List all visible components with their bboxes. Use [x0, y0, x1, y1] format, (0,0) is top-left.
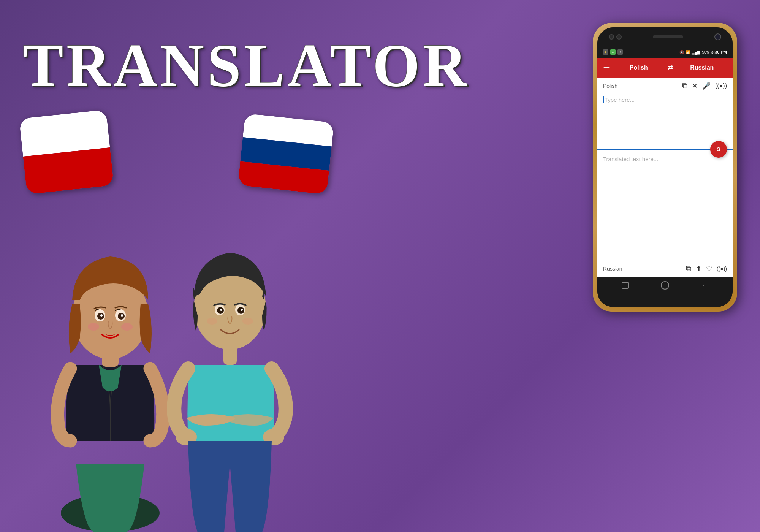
input-cursor [603, 96, 604, 103]
source-section: Polish ⧉ ✕ 🎤 ((●)) Type here... G [597, 78, 733, 150]
app-title: TRANSLATOR [23, 30, 470, 101]
svg-point-22 [207, 318, 217, 325]
mute-icon: 🔇 [679, 50, 684, 54]
camera-dot-1 [609, 34, 614, 40]
phone-bottom-hardware [597, 294, 733, 307]
signal-icon: ▂▄▆ [692, 50, 700, 54]
home-icon-shape [661, 281, 669, 290]
target-section: Translated text here... [597, 150, 733, 260]
alert-icon: ! [618, 49, 623, 55]
translate-divider: G [597, 149, 733, 150]
svg-point-21 [241, 309, 243, 311]
back-arrow: ← [701, 281, 708, 289]
characters-illustration [0, 152, 342, 532]
source-lang-bar: Polish ⧉ ✕ 🎤 ((●)) [597, 78, 733, 92]
time-display: 3:30 PM [711, 50, 727, 54]
swap-languages-icon[interactable]: ⇄ [668, 63, 673, 72]
phone-top-hardware [597, 27, 733, 46]
translate-google-icon: G [717, 146, 721, 152]
status-icons-right: 🔇 📶 ▂▄▆ 50% 3:30 PM [679, 50, 727, 54]
translated-placeholder: Translated text here... [603, 156, 727, 162]
share-icon[interactable]: ⬆ [696, 264, 701, 273]
front-camera [714, 33, 721, 40]
battery-indicator: 50% [702, 50, 709, 54]
target-language-button[interactable]: Russian [677, 64, 727, 71]
notification-dot: ● [610, 49, 616, 55]
source-icons: ⧉ ✕ 🎤 ((●)) [682, 81, 727, 90]
input-placeholder: Type here... [605, 97, 635, 103]
svg-point-23 [242, 318, 253, 325]
target-icons: ⧉ ⬆ ♡ ((●)) [686, 264, 727, 273]
translate-fab-button[interactable]: G [710, 141, 727, 158]
target-listen-icon[interactable]: ((●)) [717, 266, 727, 272]
listen-icon[interactable]: ((●)) [715, 82, 727, 89]
svg-point-10 [121, 323, 133, 331]
phone-inner: ⚡ ● ! 🔇 📶 ▂▄▆ 50% 3:30 PM ☰ Polish ⇄ Rus… [597, 27, 733, 307]
home-icon[interactable] [660, 280, 670, 291]
app-screen: ☰ Polish ⇄ Russian Polish ⧉ ✕ 🎤 ((●)) [597, 58, 733, 277]
back-icon[interactable]: ← [700, 280, 710, 291]
wifi-icon: 📶 [686, 50, 690, 54]
phone-device: ⚡ ● ! 🔇 📶 ▂▄▆ 50% 3:30 PM ☰ Polish ⇄ Rus… [593, 23, 737, 312]
mic-icon[interactable]: 🎤 [702, 82, 711, 90]
phone-nav-bar: ← [597, 277, 733, 294]
svg-point-7 [100, 314, 103, 317]
clear-icon[interactable]: ✕ [692, 82, 698, 90]
svg-point-9 [88, 323, 99, 331]
usb-icon: ⚡ [603, 49, 608, 55]
target-copy-icon[interactable]: ⧉ [686, 264, 691, 273]
favorite-icon[interactable]: ♡ [706, 264, 712, 273]
camera-area [609, 34, 622, 40]
svg-point-8 [121, 314, 123, 317]
source-language-button[interactable]: Polish [614, 64, 664, 71]
source-lang-label: Polish [603, 83, 618, 89]
text-input-area[interactable]: Type here... [597, 92, 733, 146]
target-lang-bar: Russian ⧉ ⬆ ♡ ((●)) [597, 260, 733, 277]
speaker-bar [653, 35, 683, 38]
hamburger-menu-icon[interactable]: ☰ [603, 63, 610, 72]
recent-icon-shape [622, 282, 629, 289]
status-icons-left: ⚡ ● ! [603, 49, 623, 55]
target-lang-label: Russian [603, 266, 622, 272]
app-toolbar[interactable]: ☰ Polish ⇄ Russian [597, 58, 733, 78]
recent-apps-icon[interactable] [620, 280, 630, 291]
copy-icon[interactable]: ⧉ [682, 81, 687, 90]
status-bar: ⚡ ● ! 🔇 📶 ▂▄▆ 50% 3:30 PM [597, 46, 733, 58]
camera-dot-2 [616, 34, 622, 40]
svg-point-20 [220, 309, 222, 311]
